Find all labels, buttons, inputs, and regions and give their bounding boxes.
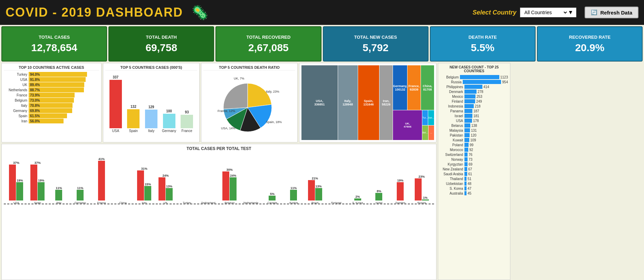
- right-bar-country: Kyrgyztan: [440, 162, 464, 166]
- right-bar-value: 414: [482, 85, 489, 89]
- treemap-container: USA,336851 Italy,128948 Spain,131646 Ira…: [301, 65, 434, 140]
- right-bar-value: 61: [467, 172, 472, 176]
- pie-label: UK, 7%: [234, 77, 244, 80]
- bar-col-val: 93: [185, 110, 189, 114]
- refresh-button[interactable]: 🔄 Refresh Data: [585, 7, 638, 18]
- stat-title-0: TOTAL CASES: [39, 33, 70, 40]
- pie-chart: Italy, 23%Spain, 18%USA, 14%France, 12%U…: [215, 75, 284, 137]
- right-bar-value: 178: [472, 119, 479, 123]
- right-panel-title: NEW CASES COUNT - TOP 25 COUNTRIES: [440, 65, 508, 73]
- bar-pct: 37%: [35, 161, 41, 165]
- right-bar-blue: [464, 119, 472, 123]
- treemap-cell: Italy,128948: [338, 65, 358, 140]
- bar-pct: 30%: [227, 168, 233, 171]
- bottom-chart-panel: TOTAL CASES PER TOTAL TEST 37% 19% USA 3…: [1, 144, 436, 280]
- bar-pct: 1%: [423, 196, 427, 199]
- dashboard-title: COVID - 2019 DASHBOARD: [6, 5, 183, 20]
- right-bar-row: Denmark 278: [440, 90, 508, 94]
- dashed-line: [4, 204, 434, 204]
- right-bar-value: 92: [468, 148, 473, 152]
- stat-title-3: TOTAL NEW CASES: [354, 33, 397, 40]
- stat-card-3: TOTAL NEW CASES 5,792: [323, 26, 429, 62]
- right-bar-country: Switzerland: [440, 153, 464, 157]
- bar-pct: 37%: [13, 161, 19, 165]
- active-bar-label: Netherlands: [4, 88, 29, 92]
- bottom-col: 23% 1% Russia: [413, 152, 431, 204]
- right-bar-value: 76: [468, 153, 472, 157]
- treemap-cell: Germany,100132: [393, 65, 407, 110]
- active-bar-label: Germany: [4, 109, 29, 113]
- pie-label: France, 12%: [218, 109, 235, 113]
- active-bar-val: 61.5%: [30, 114, 40, 118]
- right-bar-value: 187: [472, 109, 479, 113]
- country-select[interactable]: All Countries USA Spain Italy Germany Fr…: [523, 9, 568, 16]
- right-bar-row: Panama 187: [440, 109, 508, 113]
- right-bar-blue: [464, 94, 475, 99]
- active-bar-label: Spain: [4, 114, 29, 118]
- green-bar: [230, 177, 237, 200]
- stat-title-5: RECOVERED RATE: [569, 33, 611, 40]
- bottom-col: 31% 15% Iran: [135, 152, 153, 204]
- active-bar: 61.5%: [29, 113, 67, 118]
- treemap-cell: Bel...: [422, 125, 428, 140]
- active-bar-val: 69.8%: [30, 109, 40, 113]
- right-bar-row: Saudi Arabia 61: [440, 172, 508, 176]
- bottom-col: 41% France: [93, 152, 110, 204]
- bottom-bars-pair: 11%: [77, 152, 84, 200]
- stat-value-2: 2,67,085: [248, 40, 289, 55]
- active-cases-panel: TOP 10 COUNTRIES ACTIVE CASES Turkey 94.…: [1, 63, 102, 142]
- bar-pct: 19%: [38, 179, 44, 182]
- right-bar-row: Mexico 253: [440, 94, 508, 99]
- bottom-bars-container: 37% 19% USA 37% 19% Spain 11% Italy 11% …: [4, 152, 434, 211]
- country-select-wrapper[interactable]: All Countries USA Spain Italy Germany Fr…: [520, 8, 577, 17]
- right-bar-value: 181: [472, 114, 479, 118]
- bottom-bars-pair: 21% 13%: [308, 152, 322, 200]
- bar-pct: 24%: [230, 174, 236, 177]
- right-bar-value: 47: [467, 187, 471, 190]
- treemap-cell: Tur...: [422, 110, 428, 125]
- stat-card-5: RECOVERED RATE 20.9%: [537, 26, 643, 62]
- bar-pct: 19%: [397, 179, 403, 182]
- right-bar-row: USA 178: [440, 119, 508, 123]
- stat-card-1: TOTAL DEATH 69,758: [108, 26, 214, 62]
- right-bar-value: 131: [470, 129, 477, 132]
- right-bar-value: 218: [474, 104, 481, 108]
- right-bar-blue: [464, 109, 472, 113]
- bottom-col: 21% 13% Brazil: [306, 152, 324, 204]
- top5-bar-col: 132 Spain: [126, 105, 140, 133]
- active-bar-label: France: [4, 93, 29, 97]
- stat-value-4: 5.5%: [471, 40, 494, 55]
- right-bar-country: New Zealand: [440, 167, 464, 171]
- right-bar-blue: [464, 104, 474, 108]
- bottom-col: 11% Italy: [50, 152, 68, 204]
- right-bar-row: Finland 249: [440, 99, 508, 103]
- stat-title-1: TOTAL DEATH: [146, 33, 177, 40]
- bottom-col: 11% Germany: [71, 152, 89, 204]
- red-bar: [98, 161, 105, 200]
- right-bar-country: Mexico: [440, 95, 464, 99]
- stat-value-3: 5,792: [363, 40, 388, 55]
- right-bar-row: Australia 45: [440, 191, 508, 195]
- bottom-bars-pair: 37% 19%: [9, 152, 23, 200]
- green-bar: [77, 190, 84, 200]
- treemap-mini: Tur... Swi... Bel... ...: [422, 110, 434, 140]
- right-bar-blue: [460, 75, 499, 79]
- bottom-col: 8% Israel: [370, 152, 388, 204]
- active-bar-label: Turkey: [4, 73, 29, 76]
- bar-pct: 11%: [56, 186, 62, 190]
- treemap-cell: France,92839: [407, 65, 421, 110]
- bar-col-bar: [181, 115, 193, 128]
- treemap-cell: USA,336851: [301, 65, 338, 140]
- right-bar-value: 278: [477, 90, 483, 94]
- active-bar-label: Italy: [4, 104, 29, 108]
- right-bar-blue: [464, 157, 468, 161]
- right-bar-value: 954: [501, 80, 508, 84]
- bar-pct: 11%: [290, 186, 297, 190]
- treemap-cell: China,81708: [421, 65, 434, 110]
- active-bar-row: Iran 56.0%: [4, 119, 99, 123]
- right-bar-row: Russia 954: [440, 80, 508, 84]
- red-bar: [158, 177, 165, 200]
- active-bar-row: Belgium 73.0%: [4, 98, 99, 103]
- active-bar: 89.4%: [29, 82, 84, 87]
- active-cases-title: TOP 10 COUNTRIES ACTIVE CASES: [4, 65, 99, 71]
